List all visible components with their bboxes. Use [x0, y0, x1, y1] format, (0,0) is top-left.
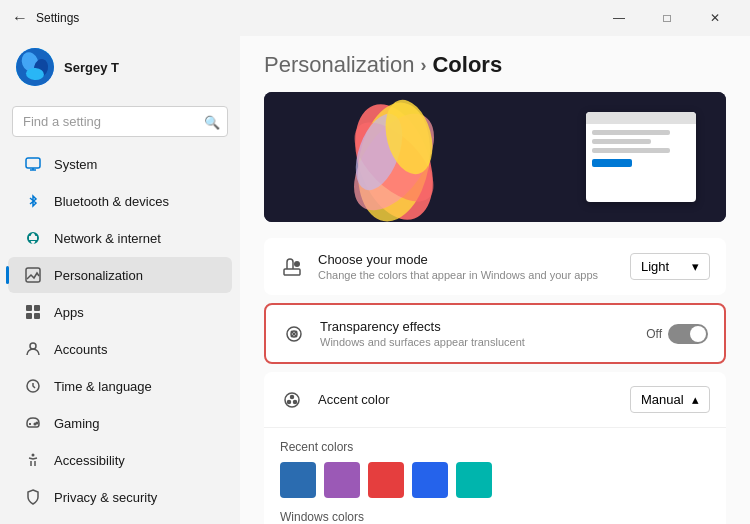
breadcrumb-parent: Personalization [264, 52, 414, 78]
mode-text: Choose your mode Change the colors that … [318, 252, 616, 281]
breadcrumb: Personalization › Colors [264, 52, 726, 78]
svg-point-18 [32, 454, 35, 457]
mode-desc: Change the colors that appear in Windows… [318, 269, 616, 281]
toggle-label: Off [646, 327, 662, 341]
svg-point-17 [36, 422, 38, 424]
svg-rect-11 [34, 313, 40, 319]
swatch-1[interactable] [280, 462, 316, 498]
sidebar-item-bluetooth[interactable]: Bluetooth & devices [8, 183, 232, 219]
search-box: 🔍 [12, 106, 228, 137]
accent-control: Manual ▴ [630, 386, 710, 413]
user-info: Sergey T [64, 60, 119, 75]
title-bar: ← Settings — □ ✕ [0, 0, 750, 36]
preview-button-mock [592, 159, 632, 167]
network-icon [24, 229, 42, 247]
svg-point-27 [294, 261, 300, 267]
sidebar-item-accounts[interactable]: Accounts [8, 331, 232, 367]
accent-text: Accent color [318, 392, 616, 407]
sidebar: Sergey T 🔍 System Bluetooth & devices [0, 36, 240, 524]
transparency-desc: Windows and surfaces appear translucent [320, 336, 632, 348]
color-swatches [280, 462, 710, 498]
apps-icon [24, 303, 42, 321]
svg-point-33 [288, 400, 291, 403]
title-bar-controls: — □ ✕ [596, 4, 738, 32]
time-icon [24, 377, 42, 395]
svg-rect-4 [26, 158, 40, 168]
mode-row: Choose your mode Change the colors that … [264, 238, 726, 295]
svg-point-32 [294, 400, 297, 403]
sidebar-label-bluetooth: Bluetooth & devices [54, 194, 169, 209]
back-icon[interactable]: ← [12, 9, 28, 27]
accent-header-row: Accent color Manual ▴ [264, 372, 726, 428]
title-bar-title: Settings [36, 11, 79, 25]
mode-title: Choose your mode [318, 252, 616, 267]
search-input[interactable] [12, 106, 228, 137]
user-name: Sergey T [64, 60, 119, 75]
svg-rect-10 [26, 313, 32, 319]
svg-point-12 [30, 343, 36, 349]
preview-card [264, 92, 726, 222]
content-area: Personalization › Colors [240, 36, 750, 524]
svg-rect-9 [34, 305, 40, 311]
sidebar-label-privacy: Privacy & security [54, 490, 157, 505]
nav-list: System Bluetooth & devices Network & int… [0, 145, 240, 524]
mode-dropdown[interactable]: Light ▾ [630, 253, 710, 280]
breadcrumb-current: Colors [432, 52, 502, 78]
system-icon [24, 155, 42, 173]
transparency-row: Transparency effects Windows and surface… [266, 305, 724, 362]
sidebar-item-time[interactable]: Time & language [8, 368, 232, 404]
sidebar-item-personalization[interactable]: Personalization [8, 257, 232, 293]
sidebar-item-apps[interactable]: Apps [8, 294, 232, 330]
sidebar-item-update[interactable]: Windows Update [8, 516, 232, 524]
preview-window-titlebar [586, 112, 696, 124]
paint-icon [280, 255, 304, 279]
mode-control: Light ▾ [630, 253, 710, 280]
swatch-4[interactable] [412, 462, 448, 498]
transparency-title: Transparency effects [320, 319, 632, 334]
preview-line-3 [592, 148, 670, 153]
mode-card: Choose your mode Change the colors that … [264, 238, 726, 295]
sidebar-label-personalization: Personalization [54, 268, 143, 283]
breadcrumb-separator: › [420, 55, 426, 76]
accent-value: Manual [641, 392, 684, 407]
accent-title: Accent color [318, 392, 616, 407]
title-bar-left: ← Settings [12, 9, 79, 27]
accounts-icon [24, 340, 42, 358]
maximize-button[interactable]: □ [644, 4, 690, 32]
palette-icon [280, 388, 304, 412]
sidebar-item-gaming[interactable]: Gaming [8, 405, 232, 441]
bluetooth-icon [24, 192, 42, 210]
gaming-icon [24, 414, 42, 432]
sidebar-label-network: Network & internet [54, 231, 161, 246]
sidebar-item-privacy[interactable]: Privacy & security [8, 479, 232, 515]
sidebar-label-apps: Apps [54, 305, 84, 320]
avatar [16, 48, 54, 86]
svg-rect-8 [26, 305, 32, 311]
swatch-3[interactable] [368, 462, 404, 498]
sidebar-item-network[interactable]: Network & internet [8, 220, 232, 256]
user-profile: Sergey T [0, 36, 240, 98]
windows-colors-label: Windows colors [280, 510, 710, 524]
transparency-card: Transparency effects Windows and surface… [264, 303, 726, 364]
sidebar-item-accessibility[interactable]: Accessibility [8, 442, 232, 478]
app-container: Sergey T 🔍 System Bluetooth & devices [0, 36, 750, 524]
svg-rect-26 [284, 269, 300, 275]
mode-value: Light [641, 259, 669, 274]
close-button[interactable]: ✕ [692, 4, 738, 32]
accent-chevron-up: ▴ [692, 392, 699, 407]
personalization-icon [24, 266, 42, 284]
privacy-icon [24, 488, 42, 506]
accent-dropdown[interactable]: Manual ▴ [630, 386, 710, 413]
swatch-5[interactable] [456, 462, 492, 498]
search-icon: 🔍 [204, 114, 220, 129]
abstract-art [294, 97, 494, 222]
minimize-button[interactable]: — [596, 4, 642, 32]
accent-body: Recent colors Windows colors [264, 428, 726, 524]
transparency-control: Off [646, 324, 708, 344]
transparency-toggle[interactable] [668, 324, 708, 344]
sidebar-item-system[interactable]: System [8, 146, 232, 182]
sidebar-label-accounts: Accounts [54, 342, 107, 357]
sidebar-label-accessibility: Accessibility [54, 453, 125, 468]
swatch-2[interactable] [324, 462, 360, 498]
mode-chevron: ▾ [692, 259, 699, 274]
